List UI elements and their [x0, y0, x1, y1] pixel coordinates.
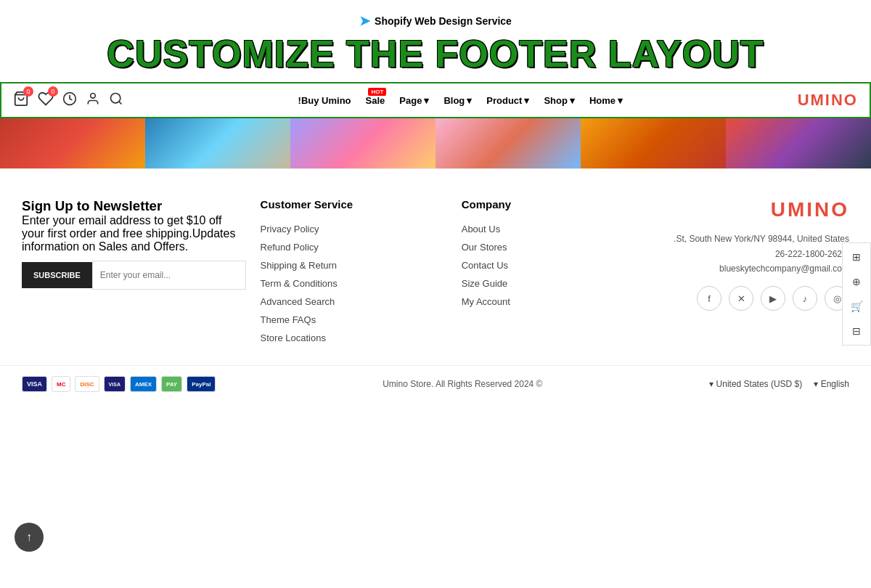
email-input[interactable]: [92, 261, 246, 290]
link-advanced-search[interactable]: Advanced Search: [261, 296, 447, 307]
link-our-stores[interactable]: Our Stores: [462, 242, 648, 253]
nav-item-product[interactable]: Product ▾: [486, 95, 529, 106]
wishlist-icon-wrap[interactable]: 0: [38, 91, 54, 110]
link-store-locations[interactable]: Store Locations: [261, 332, 447, 343]
right-sidebar: ⊞ ⊕ 🛒 ⊟: [842, 242, 871, 346]
hot-badge: HOT: [368, 88, 386, 96]
visa-card: VISA: [22, 376, 47, 392]
account-icon-wrap[interactable]: [86, 91, 100, 109]
footer-bottom: VISA MC DISC VISA AMEX PAY PayPal Umino …: [0, 365, 871, 402]
search-icon-wrap[interactable]: [109, 91, 123, 109]
scroll-top-button[interactable]: ↑: [15, 523, 44, 552]
link-refund-policy[interactable]: Refund Policy: [261, 242, 447, 253]
link-theme-faqs[interactable]: Theme FAQs: [261, 314, 447, 325]
footer-company-col: Company About Us Our Stores Contact Us S…: [462, 198, 648, 343]
youtube-icon[interactable]: ▶: [761, 286, 785, 311]
twitter-x-icon[interactable]: ✕: [729, 286, 753, 311]
footer-lang: ▾ United States (USD $) ▾ English: [709, 379, 849, 389]
chevron-down-icon: ▾: [424, 95, 429, 106]
nav-left-icons: 0 0: [13, 91, 123, 110]
arrow-icon: ➤: [359, 13, 370, 29]
svg-point-3: [111, 94, 120, 103]
customer-service-title: Customer Service: [261, 198, 447, 211]
company-links: About Us Our Stores Contact Us Size Guid…: [462, 224, 648, 307]
footer-customer-service-col: Customer Service Privacy Policy Refund P…: [261, 198, 447, 343]
subscribe-form: SUBSCRIBE: [22, 261, 246, 290]
customer-service-links: Privacy Policy Refund Policy Shipping & …: [261, 224, 447, 343]
nav-item-home[interactable]: Home ▾: [589, 95, 623, 106]
footer-main: Sign Up to Newsletter Enter your email a…: [0, 169, 871, 365]
company-title: Company: [462, 198, 648, 211]
svg-point-2: [91, 94, 96, 99]
nav-item-page[interactable]: Page ▾: [399, 95, 429, 106]
sidebar-menu-icon[interactable]: ⊟: [846, 320, 867, 342]
user-icon: [86, 91, 100, 106]
payment-icons: VISA MC DISC VISA AMEX PAY PayPal: [22, 376, 216, 392]
newsletter-title: Sign Up to Newsletter: [22, 198, 246, 214]
sidebar-grid-icon[interactable]: ⊞: [846, 246, 867, 268]
chevron-down-icon: ▾: [524, 95, 529, 106]
link-privacy-policy[interactable]: Privacy Policy: [261, 224, 447, 234]
image-strip-item: [726, 118, 871, 168]
newsletter-description: Enter your email address to get $10 off …: [22, 214, 246, 253]
footer-logo: UMINO: [663, 198, 849, 221]
amex-card: AMEX: [130, 376, 157, 392]
discover-card: DISC: [75, 376, 99, 392]
cart-icon-wrap[interactable]: 0: [13, 91, 29, 110]
wishlist-badge: 0: [48, 86, 58, 97]
tiktok-icon[interactable]: ♪: [793, 286, 817, 311]
subscribe-button[interactable]: SUBSCRIBE: [22, 262, 92, 288]
history-icon-wrap[interactable]: [62, 91, 77, 109]
nav-logo: UMINO: [798, 91, 858, 110]
shopify-label: Shopify Web Design Service: [375, 15, 512, 27]
main-headline: CUSTOMIZE THE FOOTER LAYOUT: [7, 33, 864, 75]
social-icons: f ✕ ▶ ♪ ◎: [663, 286, 849, 311]
chevron-down-icon: ▾: [570, 95, 575, 106]
image-strip: [0, 118, 871, 169]
image-strip-item: [436, 118, 581, 168]
facebook-icon[interactable]: f: [697, 286, 721, 311]
generic-card: PAY: [161, 376, 182, 392]
link-shipping-return[interactable]: Shipping & Return: [261, 260, 447, 271]
image-strip-item: [145, 118, 290, 168]
cart-badge: 0: [23, 86, 33, 97]
nav-item-sale[interactable]: Sale HOT: [366, 95, 385, 106]
nav-item-buy-umino[interactable]: !Buy Umino: [298, 95, 351, 106]
link-contact-us[interactable]: Contact Us: [462, 260, 648, 271]
language-selector[interactable]: ▾ English: [814, 379, 849, 389]
footer-copyright: Umino Store. All Rights Reserved 2024 ©: [383, 379, 542, 389]
chevron-down-icon: ▾: [618, 95, 623, 106]
history-icon: [62, 91, 77, 106]
mastercard: MC: [52, 376, 70, 392]
top-banner: ➤ Shopify Web Design Service CUSTOMIZE T…: [0, 0, 871, 82]
navbar: 0 0 !Buy Umino Sale HOT Page ▾ Blog ▾: [0, 82, 871, 118]
footer-address: .St, South New York/NY 98944, United Sta…: [663, 232, 849, 276]
search-icon: [109, 91, 123, 106]
link-my-account[interactable]: My Account: [462, 296, 648, 307]
visa2-card: VISA: [104, 376, 126, 392]
sidebar-search-icon[interactable]: ⊕: [846, 271, 867, 293]
country-selector[interactable]: ▾ United States (USD $): [709, 379, 802, 389]
nav-item-shop[interactable]: Shop ▾: [544, 95, 575, 106]
image-strip-item: [290, 118, 436, 168]
svg-line-4: [119, 102, 122, 105]
link-size-guide[interactable]: Size Guide: [462, 278, 648, 289]
nav-item-blog[interactable]: Blog ▾: [443, 95, 472, 106]
sidebar-cart-icon[interactable]: 🛒: [846, 295, 867, 317]
image-strip-item: [581, 118, 726, 168]
chevron-down-icon: ▾: [467, 95, 472, 106]
link-terms-conditions[interactable]: Term & Conditions: [261, 278, 447, 289]
nav-center: !Buy Umino Sale HOT Page ▾ Blog ▾ Produc…: [298, 95, 623, 106]
footer-brand-col: UMINO .St, South New York/NY 98944, Unit…: [663, 198, 849, 343]
shopify-badge: ➤ Shopify Web Design Service: [359, 13, 512, 29]
image-strip-item: [0, 118, 145, 168]
footer-newsletter-col: Sign Up to Newsletter Enter your email a…: [22, 198, 246, 343]
link-about-us[interactable]: About Us: [462, 224, 648, 234]
paypal-card: PayPal: [187, 376, 216, 392]
